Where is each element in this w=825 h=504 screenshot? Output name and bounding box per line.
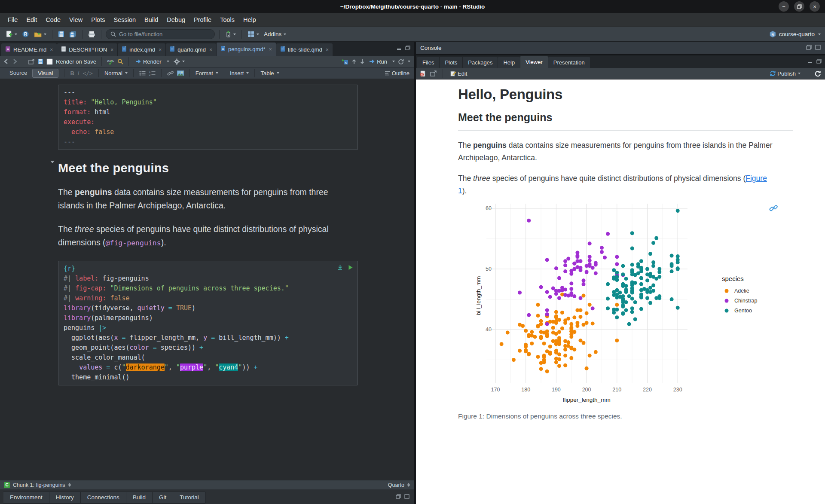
maximize-pane-icon[interactable] — [816, 59, 822, 64]
editor-tab-title-slide-qmd[interactable]: title-slide.qmd× — [276, 43, 333, 56]
open-file-button[interactable] — [33, 30, 48, 39]
render-caret[interactable] — [167, 61, 169, 62]
menu-session[interactable]: Session — [109, 14, 140, 25]
editor-heading[interactable]: Meet the penguins — [58, 161, 414, 175]
bottom-tab-connections[interactable]: Connections — [81, 492, 126, 504]
yaml-block[interactable]: ---title: "Hello, Penguins"format: htmle… — [58, 85, 358, 150]
bottom-tab-history[interactable]: History — [49, 492, 81, 504]
run-caret[interactable] — [392, 61, 395, 62]
pane-tab-presentation[interactable]: Presentation — [548, 57, 590, 68]
bottom-tab-git[interactable]: Git — [153, 492, 173, 504]
new-file-button[interactable] — [4, 30, 18, 39]
render-settings-button[interactable] — [172, 58, 186, 66]
save-all-button[interactable] — [68, 30, 78, 39]
render-on-save-checkbox[interactable] — [46, 58, 53, 65]
run-button[interactable]: Run — [368, 58, 388, 66]
chunk-nav-icon[interactable] — [68, 483, 71, 487]
find-icon[interactable] — [117, 58, 123, 64]
maximize-pane-icon[interactable] — [405, 46, 410, 50]
run-all-above-icon[interactable] — [337, 264, 343, 270]
close-window-button[interactable]: × — [810, 1, 820, 12]
minimize-pane-icon[interactable] — [806, 45, 812, 50]
bottom-tab-build[interactable]: Build — [126, 492, 153, 504]
pane-tab-help[interactable]: Help — [498, 57, 520, 68]
editor-tab-readme-md[interactable]: MREADME.md× — [1, 43, 57, 56]
addins-button[interactable]: Addins — [263, 30, 287, 38]
console-header[interactable]: Console — [416, 42, 825, 55]
viewer-popout-icon[interactable] — [430, 70, 437, 76]
bottom-tab-environment[interactable]: Environment — [3, 492, 49, 504]
run-chunk-icon[interactable] — [348, 265, 353, 270]
pane-tab-plots[interactable]: Plots — [440, 57, 462, 68]
maximize-pane-icon[interactable] — [815, 45, 821, 50]
print-button[interactable] — [87, 30, 97, 39]
spellcheck-icon[interactable]: ABC — [107, 58, 114, 65]
insert-menu[interactable]: Insert — [230, 70, 249, 76]
forward-icon[interactable] — [12, 59, 18, 64]
menu-plots[interactable]: Plots — [87, 14, 109, 25]
run-below-icon[interactable] — [360, 59, 365, 64]
menu-profile[interactable]: Profile — [189, 14, 216, 25]
image-icon[interactable] — [177, 70, 184, 76]
run-above-icon[interactable] — [351, 59, 357, 64]
mode-select-icon[interactable] — [407, 483, 410, 487]
close-icon[interactable]: × — [326, 47, 329, 53]
editor-tab-quarto-qmd[interactable]: quarto.qmd× — [166, 43, 216, 56]
table-menu[interactable]: Table — [260, 70, 279, 76]
close-icon[interactable]: × — [50, 47, 53, 53]
render-button[interactable]: Render — [134, 58, 163, 66]
publish-button[interactable]: Publish — [768, 70, 802, 78]
minimize-pane-icon[interactable] — [808, 59, 813, 64]
new-script-button[interactable] — [224, 30, 237, 39]
restore-window-button[interactable] — [794, 1, 804, 12]
figure-link-icon[interactable] — [769, 205, 778, 214]
hyperlink-icon[interactable] — [167, 70, 174, 76]
new-project-button[interactable]: R — [21, 30, 31, 39]
editor-paragraph-2[interactable]: The three species of penguins have quite… — [58, 223, 354, 250]
close-icon[interactable]: × — [269, 46, 272, 52]
rerun-caret[interactable] — [408, 61, 410, 62]
source-mode-button[interactable]: Source — [4, 69, 32, 78]
back-icon[interactable] — [3, 59, 9, 64]
chunk-status-label[interactable]: Chunk 1: fig-penguins — [13, 482, 65, 488]
goto-file-search[interactable]: Go to file/function — [106, 29, 215, 39]
code-icon[interactable]: </> — [82, 70, 92, 76]
pane-tab-viewer[interactable]: Viewer — [520, 56, 548, 68]
visual-mode-button[interactable]: Visual — [32, 69, 58, 78]
code-chunk[interactable]: {r}#| label: fig-penguins#| fig-cap: "Di… — [58, 261, 358, 385]
menu-tools[interactable]: Tools — [216, 14, 239, 25]
pane-tab-files[interactable]: Files — [417, 57, 439, 68]
pane-tab-packages[interactable]: Packages — [463, 57, 498, 68]
numbered-list-icon[interactable]: 12 — [149, 70, 156, 76]
viewer-document[interactable]: Hello, Penguins Meet the penguins The pe… — [416, 79, 825, 504]
editor-tab-description[interactable]: DESCRIPTION× — [57, 43, 117, 56]
rerun-icon[interactable] — [398, 59, 404, 64]
project-menu-button[interactable]: R course-quarto — [769, 31, 821, 38]
bullet-list-icon[interactable] — [139, 70, 146, 76]
maximize-pane-icon[interactable] — [404, 494, 409, 499]
close-icon[interactable]: × — [159, 47, 162, 53]
document-mode-label[interactable]: Quarto — [388, 482, 404, 488]
minimize-window-button[interactable]: − — [779, 1, 789, 12]
menu-help[interactable]: Help — [239, 14, 260, 25]
save-icon[interactable] — [37, 58, 43, 64]
menu-debug[interactable]: Debug — [162, 14, 189, 25]
menu-build[interactable]: Build — [140, 14, 162, 25]
chevron-down-icon[interactable] — [50, 161, 55, 163]
editor-tab-penguins-qmd-[interactable]: penguins.qmd*× — [217, 43, 276, 56]
format-menu[interactable]: Format — [196, 70, 218, 76]
bold-icon[interactable]: B — [70, 70, 74, 76]
editor-paragraph-1[interactable]: The penguins data contains size measurem… — [58, 186, 354, 212]
visual-editor-canvas[interactable]: ---title: "Hello, Penguins"format: htmle… — [0, 79, 414, 480]
close-icon[interactable]: × — [110, 47, 113, 53]
insert-chunk-icon[interactable]: c — [341, 58, 348, 65]
workspace-panes-button[interactable] — [246, 30, 260, 38]
bottom-tab-tutorial[interactable]: Tutorial — [173, 492, 206, 504]
italic-icon[interactable]: I — [78, 70, 79, 76]
menu-edit[interactable]: Edit — [22, 14, 41, 25]
minimize-pane-icon[interactable] — [397, 46, 402, 50]
popout-icon[interactable] — [28, 59, 34, 64]
menu-file[interactable]: File — [3, 14, 22, 25]
save-button[interactable] — [57, 30, 66, 38]
paragraph-style-dropdown[interactable]: Normal — [104, 70, 128, 76]
